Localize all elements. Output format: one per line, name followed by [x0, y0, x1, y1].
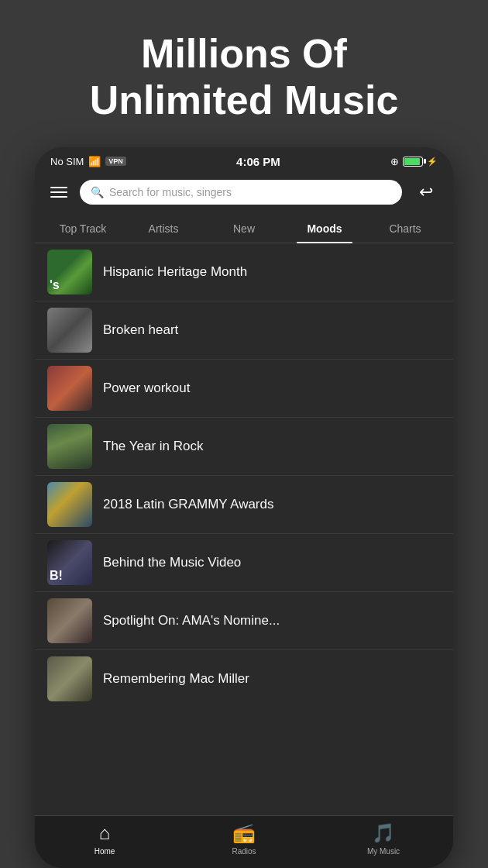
- list-item[interactable]: Remembering Mac Miller: [35, 650, 453, 708]
- bottom-nav-home[interactable]: ⌂ Home: [35, 822, 174, 856]
- item-title: Spotlight On: AMA's Nomine...: [103, 613, 280, 629]
- item-title: Hispanic Heritage Month: [103, 264, 247, 280]
- mymusic-icon: 🎵: [372, 822, 395, 844]
- hero-section: Millions Of Unlimited Music: [0, 0, 488, 147]
- mymusic-label: My Music: [367, 847, 400, 856]
- status-time: 4:06 PM: [236, 155, 280, 168]
- wifi-icon: 📶: [88, 156, 101, 167]
- home-icon: ⌂: [99, 822, 111, 844]
- item-title: Behind the Music Video: [103, 555, 241, 570]
- item-title: The Year in Rock: [103, 439, 203, 454]
- tab-moods[interactable]: Moods: [284, 215, 365, 243]
- list-item[interactable]: Power workout: [35, 360, 453, 418]
- thumbnail: B!: [47, 540, 92, 585]
- search-bar[interactable]: 🔍 Search for music, singers: [80, 180, 402, 205]
- battery-icon: [403, 157, 423, 167]
- status-right: ⊕ ⚡: [390, 156, 438, 167]
- share-icon: ↩: [419, 182, 433, 202]
- list-item[interactable]: Broken heart: [35, 301, 453, 360]
- hamburger-menu[interactable]: [47, 184, 70, 201]
- item-title: 2018 Latin GRAMMY Awards: [103, 497, 274, 512]
- tab-charts[interactable]: Charts: [365, 215, 445, 243]
- thumbnail: [47, 424, 92, 469]
- tab-new[interactable]: New: [204, 215, 284, 243]
- item-title: Power workout: [103, 381, 190, 396]
- search-icon: 🔍: [91, 186, 104, 198]
- share-button[interactable]: ↩: [411, 177, 441, 207]
- item-title: Broken heart: [103, 322, 178, 338]
- list-item[interactable]: 2018 Latin GRAMMY Awards: [35, 476, 453, 534]
- radios-label: Radios: [232, 847, 256, 856]
- thumbnail: [47, 366, 92, 411]
- search-placeholder: Search for music, singers: [109, 186, 232, 198]
- top-bar: 🔍 Search for music, singers ↩: [35, 173, 453, 215]
- list-item[interactable]: 's Hispanic Heritage Month: [35, 243, 453, 301]
- item-title: Remembering Mac Miller: [103, 671, 249, 687]
- thumbnail: [47, 482, 92, 527]
- status-bar: No SIM 📶 VPN 4:06 PM ⊕ ⚡: [35, 147, 453, 173]
- vpn-badge: VPN: [105, 157, 126, 166]
- phone-frame: No SIM 📶 VPN 4:06 PM ⊕ ⚡ 🔍 Search for mu…: [35, 147, 453, 868]
- list-item[interactable]: Spotlight On: AMA's Nomine...: [35, 592, 453, 650]
- list-item[interactable]: The Year in Rock: [35, 418, 453, 476]
- status-left: No SIM 📶 VPN: [50, 156, 126, 167]
- radio-icon: 📻: [232, 822, 256, 844]
- location-icon: ⊕: [390, 156, 399, 167]
- tab-artists[interactable]: Artists: [123, 215, 204, 243]
- thumbnail: [47, 656, 92, 701]
- thumbnail: [47, 598, 92, 643]
- hero-title: Millions Of Unlimited Music: [15, 31, 473, 124]
- tab-top-track[interactable]: Top Track: [43, 215, 123, 243]
- charging-icon: ⚡: [427, 157, 438, 167]
- bottom-nav: ⌂ Home 📻 Radios 🎵 My Music: [35, 815, 453, 868]
- moods-list: 's Hispanic Heritage Month Broken heart …: [35, 243, 453, 815]
- list-item[interactable]: B! Behind the Music Video: [35, 534, 453, 592]
- home-label: Home: [95, 847, 115, 856]
- bottom-nav-radios[interactable]: 📻 Radios: [174, 822, 314, 856]
- carrier-text: No SIM: [50, 156, 84, 167]
- thumbnail: [47, 308, 92, 353]
- nav-tabs: Top Track Artists New Moods Charts: [35, 215, 453, 243]
- thumbnail: 's: [47, 250, 92, 294]
- bottom-nav-mymusic[interactable]: 🎵 My Music: [314, 822, 453, 856]
